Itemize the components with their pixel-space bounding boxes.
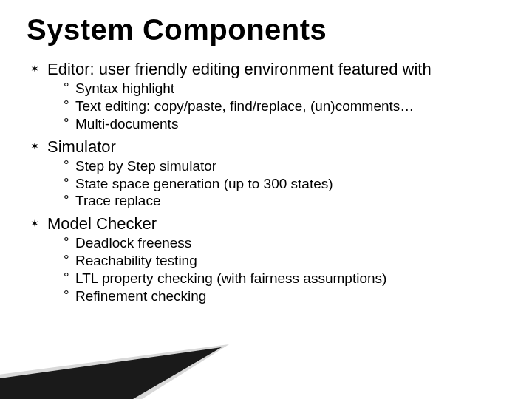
list-item: Editor: user friendly editing environmen… — [27, 60, 505, 133]
list-item-label: Model Checker — [47, 214, 157, 233]
sub-list-item: Trace replace — [64, 192, 505, 210]
bullet-list: Editor: user friendly editing environmen… — [27, 60, 505, 304]
sub-list-item: Multi-documents — [64, 115, 505, 133]
sub-list-item: State space generation (up to 300 states… — [64, 175, 505, 193]
sub-list: Syntax highlight Text editing: copy/past… — [47, 80, 505, 132]
sub-list-item: Step by Step simulator — [64, 157, 505, 175]
sub-list-item: Refinement checking — [64, 287, 505, 305]
slide-title: System Components — [27, 13, 505, 47]
list-item: Model Checker Deadlock freeness Reachabi… — [27, 214, 505, 304]
sub-list-item: Text editing: copy/paste, find/replace, … — [64, 98, 505, 115]
list-item-label: Editor: user friendly editing environmen… — [47, 60, 432, 78]
sub-list-item: Deadlock freeness — [64, 234, 505, 252]
sub-list: Deadlock freeness Reachability testing L… — [47, 234, 505, 304]
sub-list-item: LTL property checking (with fairness ass… — [64, 270, 505, 287]
list-item: Simulator Step by Step simulator State s… — [27, 137, 505, 211]
slide: System Components Editor: user friendly … — [0, 0, 532, 399]
sub-list-item: Syntax highlight — [64, 80, 505, 98]
list-item-label: Simulator — [47, 137, 116, 156]
sub-list: Step by Step simulator State space gener… — [47, 157, 505, 210]
sub-list-item: Reachability testing — [64, 252, 505, 270]
